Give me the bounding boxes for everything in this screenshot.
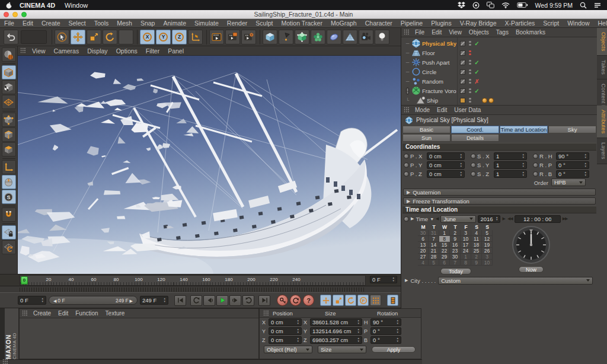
object-row-floor[interactable]: ─Floor <box>401 48 598 58</box>
scale-field-spinner[interactable]: ▲▼ <box>521 154 525 159</box>
calendar-day[interactable]: 2 <box>450 230 461 236</box>
object-manager-menu-bookmarks[interactable]: Bookmarks <box>512 29 549 36</box>
material-menu-edit[interactable]: Edit <box>55 310 72 317</box>
calendar-day[interactable]: 10 <box>482 260 493 266</box>
rotation-field[interactable]: 0 °▲▼ <box>556 170 589 178</box>
position-field[interactable]: 0 cm▲▼ <box>427 152 465 160</box>
coordinate-mode-dropdown[interactable]: Object (Rel) <box>264 346 312 353</box>
axis-y-tool-button[interactable]: Y <box>156 30 171 44</box>
menu-render[interactable]: Render <box>223 20 251 27</box>
move-tool-button[interactable] <box>71 30 85 44</box>
wifi-icon[interactable] <box>501 2 510 8</box>
object-row-push-apart[interactable]: ─Push Apart✓ <box>401 58 598 67</box>
calendar-day[interactable]: 1 <box>461 254 471 260</box>
floorsky-tool-button[interactable] <box>343 30 357 44</box>
texture-tag-icon[interactable] <box>488 98 494 103</box>
enabled-check-icon[interactable]: ✓ <box>474 88 481 94</box>
size-mode-dropdown[interactable]: Size <box>318 346 366 353</box>
menu-plugins[interactable]: Plugins <box>427 20 455 27</box>
position-field-spinner[interactable]: ▲▼ <box>459 162 462 168</box>
object-manager-menu-tags[interactable]: Tags <box>493 29 512 36</box>
menu-motion-tracker[interactable]: Motion Tracker <box>277 20 326 27</box>
position-field[interactable]: 0 cm▲▼ <box>427 161 465 169</box>
material-menu-texture[interactable]: Texture <box>102 310 129 317</box>
scale-field[interactable]: 1▲▼ <box>494 152 527 160</box>
enabled-check-icon[interactable]: ✓ <box>474 40 481 47</box>
mograph-tool-button[interactable] <box>311 30 325 44</box>
section-freeze-transformation[interactable]: ▶Freeze Transformation <box>403 197 596 205</box>
viewport-menu-view[interactable]: View <box>28 47 50 55</box>
lock-workplane-button[interactable] <box>2 225 16 240</box>
cm-size-field-spinner[interactable]: ▲▼ <box>356 328 360 334</box>
prev-frame-button[interactable] <box>203 295 215 306</box>
panel-drag-handle-icon[interactable] <box>404 29 409 36</box>
enable-dots-icon[interactable] <box>469 69 471 75</box>
key-rotation-toggle[interactable] <box>345 295 356 306</box>
object-manager-menu-objects[interactable]: Objects <box>465 29 493 36</box>
cm-rotation-field-spinner[interactable]: ▲▼ <box>395 328 399 334</box>
object-name[interactable]: Circle <box>421 69 456 75</box>
panel-drag-handle-icon[interactable] <box>263 310 269 317</box>
rotation-field[interactable]: 90 °▲▼ <box>556 152 589 160</box>
calendar-day[interactable]: 13 <box>418 242 429 248</box>
panel-drag-handle-icon[interactable] <box>2 359 8 364</box>
record-circle[interactable] <box>533 171 538 177</box>
calendar-day[interactable]: 16 <box>450 242 461 248</box>
year-field[interactable]: 2016▲▼ <box>478 215 500 223</box>
object-row-circle[interactable]: ─Circle✓ <box>401 67 598 76</box>
next-frame-button[interactable] <box>229 295 241 306</box>
timeline-frame-field[interactable]: 0 F▲▼ <box>370 276 397 283</box>
record-circle[interactable] <box>471 162 476 168</box>
battery-icon[interactable] <box>517 2 528 8</box>
section-quaternion[interactable]: ▶Quaternion <box>403 189 596 196</box>
rotation-field-spinner[interactable]: ▲▼ <box>583 171 587 177</box>
city-dropdown[interactable]: Custom <box>438 277 593 285</box>
timeline-sub-ruler[interactable] <box>0 286 401 292</box>
object-name[interactable]: Physical Sky <box>421 40 456 47</box>
layer-square-icon[interactable] <box>460 79 465 84</box>
position-field-spinner[interactable]: ▲▼ <box>459 171 462 177</box>
spotlight-search-icon[interactable] <box>580 2 587 9</box>
scale-field[interactable]: 1▲▼ <box>494 170 527 178</box>
scale-field[interactable]: 1▲▼ <box>494 161 527 169</box>
calendar-day[interactable]: 2 <box>471 254 482 260</box>
menu-simulate[interactable]: Simulate <box>190 20 223 27</box>
object-row-fracture-voronoi[interactable]: -Fracture Voronoi✓ <box>401 86 598 95</box>
mode-points-button[interactable] <box>2 113 16 127</box>
month-next-arrow[interactable]: ▶ <box>502 216 505 221</box>
rotate-tool-button[interactable] <box>103 30 117 44</box>
apply-button[interactable]: Apply <box>372 346 416 353</box>
cm-position-field[interactable]: 0 cm▲▼ <box>269 327 302 335</box>
cm-rotation-field[interactable]: 90 °▲▼ <box>370 318 401 326</box>
coords-tool-button[interactable] <box>188 30 203 44</box>
side-tab-objects[interactable]: Objects <box>597 28 607 56</box>
side-tab-layers[interactable]: Layers <box>597 138 607 164</box>
scale-field-spinner[interactable]: ▲▼ <box>521 171 525 177</box>
material-list-empty[interactable] <box>20 318 258 359</box>
camera-tool-button[interactable] <box>359 30 373 44</box>
calendar-day[interactable]: 9 <box>471 260 482 266</box>
object-row-ship[interactable]: └Ship <box>401 95 598 105</box>
key-position-toggle[interactable] <box>320 295 331 306</box>
now-button[interactable]: Now <box>519 266 544 273</box>
enable-dots-icon[interactable] <box>469 40 471 46</box>
calendar-day[interactable]: 31 <box>429 230 439 236</box>
cm-rotation-field-spinner[interactable]: ▲▼ <box>395 320 399 325</box>
time-back-arrows[interactable]: ◀◀ <box>507 216 513 221</box>
calendar-day[interactable]: 3 <box>461 230 471 236</box>
calendar-day[interactable]: 6 <box>418 236 429 242</box>
timeline-ruler[interactable]: 0 20406080100120140160180200220240 <box>20 275 366 286</box>
cm-size-field[interactable]: 132514.696 cm▲▼ <box>310 327 362 335</box>
light-tool-button[interactable] <box>375 30 389 44</box>
layer-square-icon[interactable] <box>460 88 465 94</box>
undo-tool-button[interactable] <box>4 30 18 44</box>
play-button[interactable] <box>216 295 228 306</box>
mode-axis-button[interactable] <box>2 160 16 174</box>
menu-window[interactable]: Window <box>563 20 593 27</box>
attribute-manager-menu-mode[interactable]: Mode <box>411 107 433 113</box>
tab-time-and-location[interactable]: Time and Location <box>500 126 548 133</box>
side-tab-takes[interactable]: Takes <box>597 56 607 79</box>
enable-dots-icon[interactable] <box>469 78 471 84</box>
tab-sky[interactable]: Sky <box>548 126 596 133</box>
calendar-day[interactable]: 21 <box>429 248 439 254</box>
